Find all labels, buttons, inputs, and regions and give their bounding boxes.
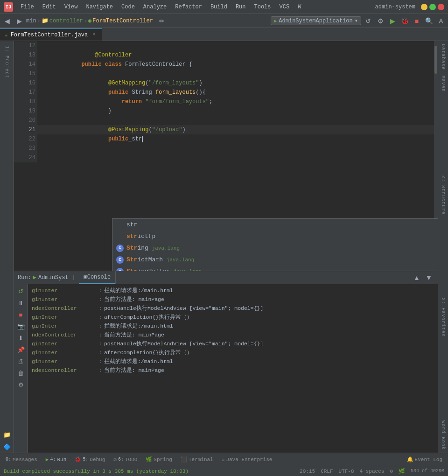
database-panel-label[interactable]: Database [440,41,447,73]
back-btn[interactable]: ◀ [2,16,12,26]
run-pin-btn[interactable]: 📌 [16,344,26,355]
settings-btn[interactable]: ⚙ [375,16,385,26]
line-num-18: 18 [16,97,35,106]
console-line-6: ndexController : 当前方法是: mainPage [32,330,434,339]
project-panel-label[interactable]: 1: Project [3,43,10,81]
run-panel-title: Run: ▶ AdminSyst [18,274,69,281]
console-line-1: ginInter : 拦截的请求是:/main.html [32,286,434,295]
menu-refactor[interactable]: Refactor [171,3,206,11]
maven-panel-label[interactable]: Maven [440,73,447,95]
bottom-tab-messages[interactable]: 0: Messages [2,456,41,463]
run-settings2-btn[interactable]: ⚙ [16,379,26,390]
debug-btn[interactable]: 🐞 [399,16,410,26]
line-ending[interactable]: CRLF [321,469,333,474]
line-num-20: 20 [16,116,35,125]
console-line-5: ginInter : 拦截的请求是:/main.html [32,322,434,330]
console-source-1: ginInter [32,286,97,295]
run-down-btn[interactable]: ▼ [424,273,434,283]
menu-navigate[interactable]: Navigate [82,3,117,11]
menu-w[interactable]: W [294,3,305,11]
run-btn[interactable]: ▶ [387,16,398,26]
forward-btn[interactable]: ▶ [14,16,24,26]
run-screenshot-btn[interactable]: 📷 [16,321,26,331]
minimize-btn[interactable] [421,4,427,10]
encoding[interactable]: UTF-8 [339,469,354,474]
menu-build[interactable]: Build [207,3,231,11]
autocomplete-class-icon-3: C [116,268,124,271]
run-tab-console-label: Console [87,274,111,280]
event-log-icon: 🔔 [407,456,413,462]
run-scroll-end-btn[interactable]: ⬇ [16,333,26,343]
autocomplete-item-text-stringbuffer: StringBuffer java.lang [126,268,202,271]
run-restart-btn[interactable]: ↺ [16,286,26,296]
sidebar-icon-1[interactable]: 📁 [1,429,13,441]
tab-close-btn[interactable]: × [91,32,97,38]
refresh-btn[interactable]: ↺ [363,16,373,26]
autocomplete-popup[interactable]: str String strictfp C String java.lang C… [112,218,438,271]
run-tab-icon: ▶ [46,456,49,462]
menu-edit[interactable]: Edit [39,3,60,11]
menu-bar[interactable]: File Edit View Navigate Code Analyze Ref… [17,3,305,11]
translate-btn[interactable]: A [436,16,446,26]
menu-analyze[interactable]: Analyze [140,3,170,11]
close-btn[interactable] [438,4,444,10]
autocomplete-item-strictfp[interactable]: strictfp [112,231,438,242]
bottom-tab-todo[interactable]: ☑ 6: TODO [110,455,141,463]
console-line-3: ndexController : postHandle执行ModelAndVie… [32,304,434,313]
autocomplete-item-str[interactable]: str String [112,219,438,231]
autocomplete-class-icon-1: C [116,245,124,252]
line-num-12: 12 [16,41,35,50]
menu-file[interactable]: File [17,3,38,11]
run-trash-btn[interactable]: 🗑 [16,368,26,378]
bottom-tab-event-log[interactable]: 🔔 Event Log [403,455,446,463]
scrollbar-thumb[interactable] [434,46,437,74]
run-config[interactable]: ▶ AdminSystemApplication ▾ [271,16,361,25]
console-msg-8: afterCompletion{}执行异常（） [104,348,192,357]
menu-run[interactable]: Run [232,3,250,11]
menu-view[interactable]: View [61,3,82,11]
breadcrumb: min › 📁 controller › ◉ FormTestControlle… [26,17,153,24]
bottom-tab-spring[interactable]: 🌿 Spring [142,455,176,463]
run-pause-btn[interactable]: ⏸ [16,298,26,308]
menu-tools[interactable]: Tools [251,3,275,11]
stop-btn[interactable]: ■ [412,16,422,26]
autocomplete-item-text-strictmath: StrictMath java.lang [126,256,194,263]
run-print-btn[interactable]: 🖨 [16,356,26,366]
autocomplete-item-text-string: String java.lang [126,245,180,252]
run-tab-console[interactable]: ▣ Console [79,271,116,284]
maximize-btn[interactable] [429,4,436,10]
search-everywhere-btn[interactable]: 🔍 [424,16,434,26]
autocomplete-item-string[interactable]: C String java.lang [112,242,438,254]
indent[interactable]: 4 spaces [360,469,385,474]
bottom-tab-debug[interactable]: 🐞 5: Debug [71,455,109,463]
title-bar: IJ File Edit View Navigate Code Analyze … [0,0,448,14]
structure-panel-label[interactable]: Z: Structure [440,173,447,217]
autocomplete-item-stringbuffer[interactable]: C StringBuffer java.lang [112,266,438,271]
console-source-2: ginInter [32,295,97,304]
console-source-6: ndexController [32,330,97,339]
tab-formtestcontroller[interactable]: ☕ FormTestController.java × [0,28,102,41]
code-editor[interactable]: 12 13 14 15 16 17 18 19 20 21 22 23 24 [14,41,438,271]
breadcrumb-min[interactable]: min [26,18,36,24]
breadcrumb-controller[interactable]: controller [49,18,83,24]
console-msg-5: 拦截的请求是:/main.html [104,322,173,330]
line-num-14: 14 [16,60,35,69]
favorites-panel-label[interactable]: 2: Favorites [440,295,447,340]
line-num-21: 21 [16,125,35,134]
menu-code[interactable]: Code [118,3,139,11]
sidebar-icon-2[interactable]: 🔷 [1,441,13,453]
cursor-position[interactable]: 20:15 [300,469,315,474]
breadcrumb-sep2: › [84,18,87,24]
app-logo: IJ [4,2,13,12]
autocomplete-item-strictmath[interactable]: C StrictMath java.lang [112,254,438,266]
bottom-tab-java-enterprise[interactable]: ☕ Java Enterprise [218,455,276,463]
bottom-tab-terminal[interactable]: ⬛ Terminal [177,455,217,463]
console-msg-6: 当前方法是: mainPage [104,330,164,339]
run-up-btn[interactable]: ▲ [412,273,422,283]
bottom-tab-run[interactable]: ▶ 4: Run [42,455,70,463]
wordbook-panel-label[interactable]: Word Book [440,418,447,453]
edit-bookmark-btn[interactable]: ✏ [157,16,167,26]
run-stop-btn[interactable]: ■ [16,309,26,320]
menu-vcs[interactable]: VCS [276,3,294,11]
breadcrumb-class[interactable]: FormTestController [92,18,153,24]
